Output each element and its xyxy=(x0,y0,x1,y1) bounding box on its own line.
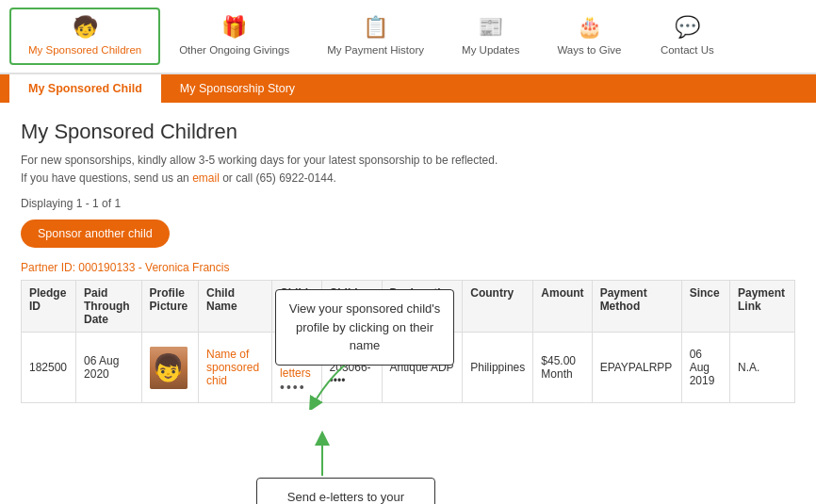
th-child-name: Child Name xyxy=(199,281,272,333)
cell-amount: $45.00Month xyxy=(533,333,592,403)
nav-item-contact-us[interactable]: 💬 Contact Us xyxy=(640,8,734,65)
nav-item-ways-to-give[interactable]: 🎂 Ways to Give xyxy=(538,8,640,65)
th-profile-picture: Profile Picture xyxy=(141,281,198,333)
nav-label-ways-to-give: Ways to Give xyxy=(557,43,621,57)
partner-id: Partner ID: 000190133 - Veronica Francis xyxy=(21,261,795,274)
cell-since: 06 Aug 2019 xyxy=(681,333,729,403)
main-content: My Sponsored Children For new sponsorshi… xyxy=(0,103,816,420)
callout-box-profile: View your sponsored child's profile by c… xyxy=(275,289,454,366)
tab-my-sponsorship-story[interactable]: My Sponsorship Story xyxy=(161,74,314,103)
info-text: For new sponsorships, kindly allow 3-5 w… xyxy=(21,152,795,187)
callout-letters-text: Send e-letters to your sponsored child b… xyxy=(273,490,419,504)
newspaper-icon: 📰 xyxy=(478,15,503,40)
cell-payment-link: N.A. xyxy=(730,333,795,403)
th-since: Since xyxy=(681,281,729,333)
cell-child-name: Name of sponsored chid xyxy=(199,333,272,403)
th-payment-link: Payment Link xyxy=(730,281,795,333)
tab-my-sponsored-child[interactable]: My Sponsored Child xyxy=(9,74,161,103)
nav-item-my-updates[interactable]: 📰 My Updates xyxy=(443,8,538,65)
nav-label-my-payment-history: My Payment History xyxy=(327,43,424,57)
clipboard-icon: 📋 xyxy=(363,15,388,40)
gift-icon: 🎁 xyxy=(221,15,247,40)
th-payment-method: Payment Method xyxy=(592,281,681,333)
nav-label-my-sponsored-children: My Sponsored Children xyxy=(28,43,141,57)
sub-tabs: My Sponsored Child My Sponsorship Story xyxy=(0,74,816,103)
page-title: My Sponsored Children xyxy=(21,120,795,144)
cell-pledge-id: 182500 xyxy=(22,333,76,403)
cell-payment-method: EPAYPALRPP xyxy=(592,333,681,403)
nav-item-my-sponsored-children[interactable]: 🧒 My Sponsored Children xyxy=(9,8,160,65)
nav-item-my-payment-history[interactable]: 📋 My Payment History xyxy=(308,8,443,65)
th-amount: Amount xyxy=(533,281,592,333)
display-count: Displaying 1 - 1 of 1 xyxy=(21,197,795,210)
amount-period: Month xyxy=(541,367,572,381)
sponsor-another-child-button[interactable]: Sponsor another child xyxy=(21,219,170,248)
child-photo xyxy=(150,347,188,389)
profile-picture xyxy=(150,347,188,389)
th-paid-through-date: Paid Through Date xyxy=(76,281,142,333)
info-line-2-suffix: or call (65) 6922-0144. xyxy=(220,171,336,185)
content-with-callouts: Partner ID: 000190133 - Veronica Francis… xyxy=(21,261,795,403)
child-mail-dots: •••• xyxy=(280,380,306,395)
person-icon: 🧒 xyxy=(73,15,98,40)
nav-item-other-ongoing-givings[interactable]: 🎁 Other Ongoing Givings xyxy=(160,8,308,65)
cell-paid-through-date: 06 Aug 2020 xyxy=(76,333,142,403)
email-link[interactable]: email xyxy=(192,171,220,185)
nav-label-my-updates: My Updates xyxy=(462,43,519,57)
cell-profile-picture xyxy=(141,333,198,403)
amount-value: $45.00 xyxy=(541,354,576,367)
callout-arrow-letters xyxy=(303,431,360,478)
nav-label-contact-us: Contact Us xyxy=(661,43,714,57)
nav-label-other-ongoing-givings: Other Ongoing Givings xyxy=(179,43,289,57)
child-name-link[interactable]: Name of sponsored chid xyxy=(206,348,259,387)
th-country: Country xyxy=(463,281,533,333)
callout-profile-text: View your sponsored child's profile by c… xyxy=(289,301,441,352)
chat-icon: 💬 xyxy=(675,15,700,40)
info-line-1: For new sponsorships, kindly allow 3-5 w… xyxy=(21,154,498,167)
callout-box-letters: Send e-letters to your sponsored child b… xyxy=(256,478,435,504)
top-navigation: 🧒 My Sponsored Children 🎁 Other Ongoing … xyxy=(0,0,816,74)
th-pledge-id: Pledge ID xyxy=(22,281,76,333)
cake-icon: 🎂 xyxy=(577,15,602,40)
info-line-2-prefix: If you have questions, send us an xyxy=(21,171,192,185)
cell-country: Philippines xyxy=(463,333,533,403)
